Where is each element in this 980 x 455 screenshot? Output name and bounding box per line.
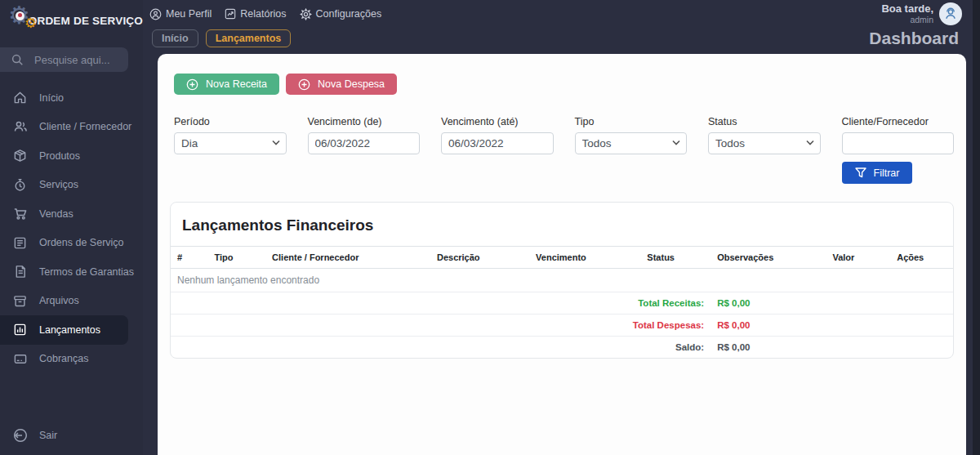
column-header[interactable]: Descrição <box>430 247 529 269</box>
sidebar-item-label: Lançamentos <box>39 324 100 336</box>
filtrar-button[interactable]: Filtrar <box>842 162 913 184</box>
total-value: R$ 0,00 <box>710 314 953 337</box>
card-title: Lançamentos Financeiros <box>171 203 953 246</box>
cart-icon <box>12 206 28 221</box>
cliente-fornecedor-input[interactable] <box>842 132 955 154</box>
total-receitas-row: Total Receitas: R$ 0,00 <box>171 292 953 314</box>
nova-despesa-button[interactable]: Nova Despesa <box>286 74 397 95</box>
nova-receita-button[interactable]: Nova Receita <box>174 74 279 95</box>
small-gear-icon: ⚙ <box>24 16 37 30</box>
gear-icon <box>300 8 312 20</box>
topbar: Meu Perfil Relatórios Configurações Boa … <box>143 0 980 26</box>
filter-periodo: Período Dia <box>174 116 287 154</box>
billing-card-icon <box>12 351 28 367</box>
people-icon <box>12 119 28 135</box>
sidebar-item-cliente-fornecedor[interactable]: Cliente / Fornecedor <box>0 113 128 142</box>
filter-vencimento-de: Vencimento (de) <box>308 116 421 154</box>
total-value: R$ 0,00 <box>710 292 953 314</box>
filter-label: Cliente/Fornecedor <box>842 116 955 127</box>
sidebar-item-inicio[interactable]: Início <box>0 83 128 113</box>
tab-lancamentos[interactable]: Lançamentos <box>206 29 292 47</box>
column-header[interactable]: Vencimento <box>529 247 640 269</box>
sidebar-item-label: Vendas <box>39 208 74 220</box>
total-label: Total Receitas: <box>171 292 710 314</box>
stopwatch-icon <box>12 177 28 193</box>
empty-message: Nenhum lançamento encontrado <box>171 269 953 292</box>
table-row: Nenhum lançamento encontrado <box>171 269 953 292</box>
sidebar-search <box>0 47 128 72</box>
menu-item-label: Meu Perfil <box>166 8 212 20</box>
filters: Período Dia Vencimento (de) Vencimento (… <box>174 116 954 184</box>
app-window: ⚙ ⚙ ORDEM DE SERVIÇO Início Cliente / Fo… <box>0 0 980 455</box>
button-label: Nova Despesa <box>318 78 385 90</box>
menu-item-meu-perfil[interactable]: Meu Perfil <box>149 8 212 20</box>
sidebar-item-sair[interactable]: Sair <box>0 422 128 451</box>
vencimento-de-input[interactable] <box>308 132 421 154</box>
sidebar-item-arquivos[interactable]: Arquivos <box>0 287 128 316</box>
tabs-row: Início Lançamentos Dashboard <box>143 26 980 51</box>
person-circle-icon <box>149 8 162 20</box>
sidebar: ⚙ ⚙ ORDEM DE SERVIÇO Início Cliente / Fo… <box>0 0 143 455</box>
saldo-row: Saldo: R$ 0,00 <box>171 337 953 359</box>
scrollbar-track[interactable] <box>973 0 980 455</box>
admin-headset-icon <box>943 7 958 21</box>
total-label: Saldo: <box>171 337 710 359</box>
column-header[interactable]: Valor <box>826 247 890 269</box>
total-value: R$ 0,00 <box>710 337 953 359</box>
plus-circle-icon <box>186 78 198 91</box>
avatar[interactable] <box>939 2 962 25</box>
gears-logo-icon: ⚙ ⚙ <box>8 5 22 36</box>
lancamentos-card: Lançamentos Financeiros # Tipo Cliente /… <box>170 202 954 359</box>
filter-vencimento-ate: Vencimento (até) <box>441 116 554 154</box>
sidebar-item-label: Serviços <box>39 179 78 190</box>
table-header-row: # Tipo Cliente / Fornecedor Descrição Ve… <box>171 247 953 269</box>
plus-circle-icon <box>298 78 310 91</box>
action-buttons: Nova Receita Nova Despesa <box>174 74 954 95</box>
periodo-select[interactable]: Dia <box>174 132 287 154</box>
menu-item-label: Relatórios <box>240 8 286 20</box>
sidebar-item-termos-de-garantias[interactable]: Termos de Garantias <box>0 257 128 287</box>
vencimento-ate-input[interactable] <box>441 132 554 154</box>
sidebar-item-label: Arquivos <box>39 295 79 306</box>
sidebar-item-produtos[interactable]: Produtos <box>0 141 128 171</box>
filter-label: Vencimento (de) <box>308 116 421 127</box>
status-select[interactable]: Todos <box>708 132 821 154</box>
filter-tipo: Tipo Todos <box>575 116 688 154</box>
sidebar-item-vendas[interactable]: Vendas <box>0 199 128 229</box>
menu-item-relatorios[interactable]: Relatórios <box>225 8 286 20</box>
sidebar-menu: Início Cliente / Fornecedor Produtos Ser… <box>0 83 143 373</box>
sidebar-item-label: Cliente / Fornecedor <box>39 121 131 132</box>
column-header[interactable]: Status <box>640 247 710 269</box>
user-greeting: Boa tarde, admin <box>881 2 975 25</box>
button-label: Filtrar <box>874 167 900 179</box>
sidebar-item-cobrancas[interactable]: Cobranças <box>0 345 128 374</box>
tipo-select[interactable]: Todos <box>575 132 688 154</box>
column-header[interactable]: Ações <box>890 247 953 269</box>
filter-label: Vencimento (até) <box>441 116 554 127</box>
total-despesas-row: Total Despesas: R$ 0,00 <box>171 314 953 337</box>
menu-item-label: Configurações <box>316 8 382 20</box>
total-label: Total Despesas: <box>171 314 710 337</box>
sidebar-item-servicos[interactable]: Serviços <box>0 171 128 200</box>
main-area: Meu Perfil Relatórios Configurações Boa … <box>143 0 980 455</box>
page-title: Dashboard <box>869 29 959 48</box>
tab-inicio[interactable]: Início <box>152 29 198 47</box>
column-header[interactable]: Tipo <box>207 247 265 269</box>
search-icon <box>11 54 24 66</box>
home-icon <box>12 90 28 105</box>
sidebar-item-label: Início <box>39 92 64 104</box>
app-title: ORDEM DE SERVIÇO <box>29 15 143 27</box>
sidebar-item-label: Ordens de Serviço <box>39 237 124 248</box>
column-header[interactable]: # <box>171 247 207 269</box>
sidebar-item-lancamentos[interactable]: Lançamentos <box>0 315 128 345</box>
bar-chart-icon <box>12 322 28 337</box>
logout-icon <box>12 428 28 444</box>
report-icon <box>225 8 236 20</box>
sidebar-item-ordens-de-servico[interactable]: Ordens de Serviço <box>0 229 128 258</box>
filter-submit: Filtrar <box>842 162 955 184</box>
column-header[interactable]: Observações <box>710 247 826 269</box>
menu-item-configuracoes[interactable]: Configurações <box>300 8 382 20</box>
app-logo[interactable]: ⚙ ⚙ ORDEM DE SERVIÇO <box>0 0 143 41</box>
column-header[interactable]: Cliente / Fornecedor <box>265 247 430 269</box>
package-icon <box>12 148 28 163</box>
